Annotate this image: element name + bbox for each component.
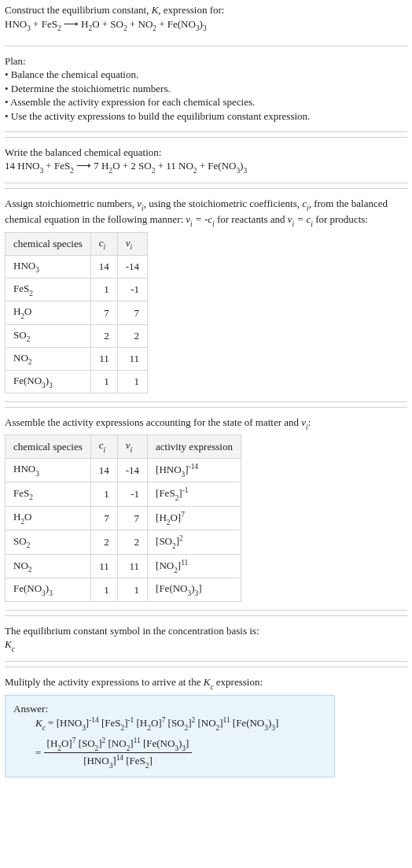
v-cell: 2 [117, 324, 147, 347]
mult-a: Mulitply the activity expressions to arr… [5, 676, 204, 688]
species-cell: NO2 [6, 347, 91, 370]
activity-table: chemical species ci νi activity expressi… [5, 434, 241, 601]
stoich-a: Assign stoichiometric numbers, [5, 198, 137, 209]
v-cell: 7 [117, 506, 147, 530]
kc-sym2: Kc [204, 676, 214, 688]
c-cell: 2 [90, 530, 117, 555]
ae-cell: [FeS2]-1 [148, 482, 241, 507]
species-cell: HNO3 [6, 458, 91, 482]
v-cell: -1 [117, 279, 147, 301]
c-cell: 11 [90, 554, 117, 578]
col-nu: νi [117, 435, 147, 458]
col-activity: activity expression [148, 435, 241, 458]
plan-head: Plan: [5, 54, 407, 68]
v-cell: -14 [117, 458, 147, 482]
v-cell: 7 [117, 301, 147, 324]
ksymbol-section: The equilibrium constant symbol in the c… [5, 615, 407, 663]
c-cell: 2 [90, 324, 117, 347]
prompt-section: Construct the equilibrium constant, K, e… [5, 3, 407, 41]
stoich-intro: Assign stoichiometric numbers, νi, using… [5, 197, 407, 228]
title-a: Construct the equilibrium constant, [5, 4, 152, 16]
table-row: H2O77[H2O]7 [6, 506, 241, 530]
plan-b1: • Balance the chemical equation. [5, 68, 407, 82]
answer-eq1: Kc = [HNO3]-14 [FeS2]-1 [H2O]7 [SO2]2 [N… [13, 715, 326, 733]
act-a: Assemble the activity expressions accoun… [5, 416, 301, 428]
v-cell: -1 [117, 482, 147, 507]
answer-eq2: = [H2O]7 [SO2]2 [NO2]11 [Fe(NO3)3] [HNO3… [13, 736, 326, 770]
species-cell: H2O [6, 301, 91, 324]
stoich-d: for reactants and [215, 213, 288, 225]
c-i: ci [302, 198, 308, 209]
nu-eq-pos: νi = ci [288, 213, 313, 225]
table-header-row: chemical species ci νi [6, 232, 148, 255]
col-c: ci [90, 435, 117, 458]
table-row: H2O77 [6, 301, 148, 324]
v-cell: 1 [117, 371, 147, 393]
table-header-row: chemical species ci νi activity expressi… [6, 435, 241, 458]
activity-intro: Assemble the activity expressions accoun… [5, 416, 407, 431]
ae-cell: [HNO3]-14 [148, 458, 241, 482]
activity-section: Assemble the activity expressions accoun… [5, 407, 407, 610]
stoich-section: Assign stoichiometric numbers, νi, using… [5, 188, 407, 402]
col-c: ci [90, 232, 117, 255]
plan-section: Plan: • Balance the chemical equation. •… [5, 46, 407, 132]
c-cell: 1 [90, 371, 117, 393]
v-cell: 1 [117, 578, 147, 601]
nu-i: νi [137, 198, 143, 209]
table-row: HNO314-14[HNO3]-14 [6, 458, 241, 482]
act-b: : [308, 416, 311, 428]
title-b: , expression for: [158, 4, 224, 16]
v-cell: 11 [117, 347, 147, 370]
c-cell: 1 [90, 279, 117, 301]
col-nu: νi [117, 232, 147, 255]
table-row: HNO314-14 [6, 255, 148, 278]
mult-b: expression: [214, 676, 263, 688]
c-cell: 14 [90, 255, 117, 278]
table-row: SO222[SO2]2 [6, 530, 241, 555]
unbalanced-equation: HNO3 + FeS2 ⟶ H2O + SO2 + NO2 + Fe(NO3)3 [5, 17, 407, 33]
table-row: NO21111 [6, 347, 148, 370]
kc-symbol: Kc [5, 637, 407, 653]
ae-cell: [NO2]11 [148, 554, 241, 578]
v-cell: 11 [117, 554, 147, 578]
c-cell: 7 [90, 506, 117, 530]
fraction-numer: [H2O]7 [SO2]2 [NO2]11 [Fe(NO3)3] [44, 736, 193, 754]
table-row: NO21111[NO2]11 [6, 554, 241, 578]
nu-i-2: νi [301, 416, 307, 428]
fraction: [H2O]7 [SO2]2 [NO2]11 [Fe(NO3)3] [HNO3]1… [44, 736, 193, 770]
species-cell: FeS2 [6, 482, 91, 507]
balanced-equation: 14 HNO3 + FeS2 ⟶ 7 H2O + 2 SO2 + 11 NO2 … [5, 159, 407, 175]
species-cell: HNO3 [6, 255, 91, 278]
v-cell: 2 [117, 530, 147, 555]
v-cell: -14 [117, 255, 147, 278]
ae-cell: [Fe(NO3)3] [148, 578, 241, 601]
answer-box: Answer: Kc = [HNO3]-14 [FeS2]-1 [H2O]7 [… [5, 695, 335, 778]
answer-label: Answer: [13, 702, 326, 716]
col-species: chemical species [6, 232, 91, 255]
nu-eq-neg: νi = -ci [186, 213, 214, 225]
stoich-b: , using the stoichiometric coefficients, [144, 198, 303, 209]
species-cell: FeS2 [6, 279, 91, 301]
c-cell: 1 [90, 482, 117, 507]
multiply-line: Mulitply the activity expressions to arr… [5, 675, 407, 691]
c-cell: 11 [90, 347, 117, 370]
species-cell: SO2 [6, 324, 91, 347]
species-cell: H2O [6, 506, 91, 530]
col-species: chemical species [6, 435, 91, 458]
species-cell: NO2 [6, 554, 91, 578]
c-cell: 14 [90, 458, 117, 482]
ae-cell: [SO2]2 [148, 530, 241, 555]
balanced-section: Write the balanced chemical equation: 14… [5, 137, 407, 184]
species-cell: SO2 [6, 530, 91, 555]
balanced-head: Write the balanced chemical equation: [5, 146, 407, 160]
stoich-e: for products: [313, 213, 368, 225]
stoich-table: chemical species ci νi HNO314-14 FeS21-1… [5, 232, 148, 394]
ksym-line: The equilibrium constant symbol in the c… [5, 624, 407, 638]
prompt-title: Construct the equilibrium constant, K, e… [5, 3, 407, 17]
plan-b4: • Use the activity expressions to build … [5, 109, 407, 124]
species-cell: Fe(NO3)3 [6, 371, 91, 393]
plan-b3: • Assemble the activity expression for e… [5, 95, 407, 109]
table-row: Fe(NO3)311[Fe(NO3)3] [6, 578, 241, 601]
multiply-section: Mulitply the activity expressions to arr… [5, 667, 407, 785]
fraction-denom: [HNO3]14 [FeS2] [44, 753, 193, 770]
